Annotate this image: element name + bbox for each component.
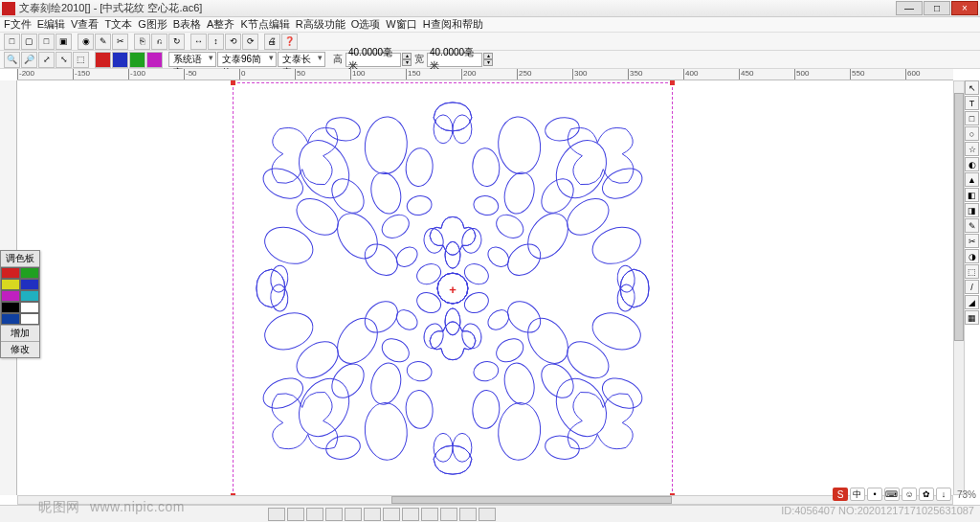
color-button[interactable]: [95, 52, 111, 68]
ime-s-icon[interactable]: S: [833, 488, 848, 501]
tool-button[interactable]: ◧: [965, 188, 979, 202]
color-add-button[interactable]: 增加: [1, 325, 39, 341]
color-swatch[interactable]: [20, 313, 39, 325]
zoom-button[interactable]: ⤢: [38, 52, 55, 68]
color-panel[interactable]: 调色板 增加 修改: [0, 250, 40, 358]
color-swatch[interactable]: [1, 290, 20, 302]
menu-item[interactable]: B表格: [173, 17, 201, 32]
toolbar-button[interactable]: ⎌: [151, 34, 167, 50]
status-btn[interactable]: [440, 508, 457, 521]
handle-tl[interactable]: [231, 80, 235, 85]
status-btn[interactable]: [383, 508, 400, 521]
color-swatch[interactable]: [1, 302, 20, 313]
color-edit-button[interactable]: 修改: [1, 341, 39, 357]
toolbar-button[interactable]: ❓: [281, 34, 298, 50]
menu-item[interactable]: G图形: [138, 17, 167, 32]
spin-down[interactable]: ▾: [483, 59, 493, 66]
status-btn[interactable]: [364, 508, 381, 521]
toolbar-button[interactable]: ↕: [208, 34, 224, 50]
toolbar-button[interactable]: ✎: [95, 34, 111, 50]
toolbar-button[interactable]: ◉: [78, 34, 94, 50]
color-swatch[interactable]: [1, 267, 20, 279]
tool-button[interactable]: ✎: [965, 218, 979, 233]
status-btn[interactable]: [287, 508, 304, 521]
combo-box[interactable]: 文泰96简体: [217, 52, 277, 67]
status-btn[interactable]: [479, 508, 496, 521]
handle-tr[interactable]: [670, 80, 675, 85]
toolbar-button[interactable]: ✂: [112, 34, 128, 50]
canvas[interactable]: +: [17, 80, 953, 495]
ime-btn[interactable]: 中: [850, 488, 865, 501]
combo-box[interactable]: 系统语言: [168, 52, 216, 67]
toolbar-button[interactable]: ▣: [56, 34, 72, 50]
color-swatch[interactable]: [1, 313, 20, 325]
toolbar-button[interactable]: ⟲: [225, 34, 241, 50]
color-swatch[interactable]: [20, 267, 39, 279]
design-artwork[interactable]: [243, 93, 662, 484]
status-btn[interactable]: [268, 508, 285, 521]
tool-button[interactable]: ▲: [965, 172, 979, 187]
menu-item[interactable]: R高级功能: [296, 17, 345, 32]
spin-up[interactable]: ▴: [483, 53, 493, 59]
ime-btn[interactable]: ☺: [902, 488, 917, 501]
spin-down[interactable]: ▾: [402, 59, 412, 66]
zoom-button[interactable]: ⬚: [73, 52, 89, 68]
color-button[interactable]: [129, 52, 145, 68]
tool-button[interactable]: ◨: [965, 203, 979, 217]
tool-button[interactable]: T: [965, 96, 979, 110]
scroll-thumb-h[interactable]: [391, 496, 672, 504]
menu-item[interactable]: O选项: [351, 17, 381, 32]
color-swatch[interactable]: [1, 279, 20, 290]
zoom-button[interactable]: 🔎: [21, 52, 37, 68]
tool-button[interactable]: ✂: [965, 234, 979, 248]
scrollbar-vertical[interactable]: [953, 80, 965, 495]
zoom-button[interactable]: ⤡: [56, 52, 72, 68]
tool-button[interactable]: ↖: [965, 80, 979, 95]
toolbar-button[interactable]: □: [38, 34, 55, 50]
spin-up[interactable]: ▴: [402, 53, 412, 59]
close-button[interactable]: ×: [951, 1, 978, 15]
toolbar-button[interactable]: ▢: [21, 34, 37, 50]
status-btn[interactable]: [306, 508, 323, 521]
maximize-button[interactable]: □: [924, 1, 950, 15]
tool-button[interactable]: ◐: [965, 157, 979, 171]
width-input[interactable]: 40.0000毫米: [427, 53, 482, 67]
scroll-thumb-v[interactable]: [954, 93, 964, 341]
tool-button[interactable]: ◢: [965, 295, 979, 309]
tool-button[interactable]: ▦: [965, 310, 979, 325]
menu-item[interactable]: F文件: [4, 17, 32, 32]
menu-item[interactable]: W窗口: [386, 17, 416, 32]
menu-item[interactable]: E编辑: [37, 17, 65, 32]
tool-button[interactable]: □: [965, 111, 979, 125]
toolbar-button[interactable]: ⎘: [134, 34, 150, 50]
tool-button[interactable]: ⬚: [965, 264, 979, 279]
color-button[interactable]: [146, 52, 163, 68]
combo-box[interactable]: 文泰长宋: [278, 52, 325, 67]
height-input[interactable]: 40.0000毫米: [345, 53, 401, 67]
toolbar-button[interactable]: □: [4, 34, 20, 50]
ime-btn[interactable]: •: [867, 488, 882, 501]
tool-button[interactable]: ◑: [965, 249, 979, 263]
status-btn[interactable]: [459, 508, 477, 521]
status-btn[interactable]: [345, 508, 362, 521]
color-swatch[interactable]: [20, 279, 39, 290]
zoom-button[interactable]: 🔍: [4, 52, 20, 68]
ime-btn[interactable]: ↓: [936, 488, 951, 501]
ime-btn[interactable]: ⌨: [884, 488, 900, 501]
tool-button[interactable]: ☆: [965, 142, 979, 156]
toolbar-button[interactable]: ↔: [190, 34, 207, 50]
menu-item[interactable]: A整齐: [207, 17, 234, 32]
menu-item[interactable]: K节点编辑: [240, 17, 289, 32]
menu-item[interactable]: T文本: [104, 17, 132, 32]
color-button[interactable]: [112, 52, 128, 68]
tool-button[interactable]: ○: [965, 126, 979, 141]
color-swatch[interactable]: [20, 302, 39, 313]
minimize-button[interactable]: —: [896, 1, 923, 15]
toolbar-button[interactable]: 🖨: [264, 34, 280, 50]
status-btn[interactable]: [402, 508, 419, 521]
status-btn[interactable]: [421, 508, 438, 521]
toolbar-button[interactable]: ⟳: [242, 34, 258, 50]
toolbar-button[interactable]: ↻: [168, 34, 185, 50]
status-btn[interactable]: [325, 508, 343, 521]
menu-item[interactable]: V查看: [71, 17, 99, 32]
